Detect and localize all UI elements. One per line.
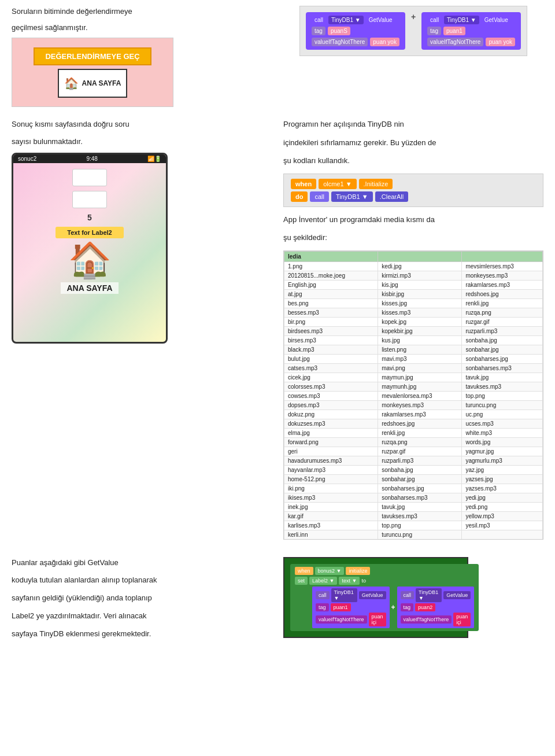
upload-file-button[interactable]: Upload File...: [465, 539, 510, 540]
media-cell: rakamlarses.mp3: [462, 280, 543, 289]
media-table-row: black.mp3listen.pngsonbahar.jpg: [284, 345, 543, 354]
media-cell: birdsees.mp3: [284, 326, 378, 335]
media-table-row: dokuz.pngrakamlarses.mp3uc.png: [284, 410, 543, 419]
media-cell: bulut.jpg: [284, 354, 378, 363]
b-call-bot2: call: [401, 591, 415, 599]
media-cell: white.mp3: [462, 428, 543, 437]
media-table-row: forward.pngruzqa.pngwords.jpg: [284, 437, 543, 447]
media-cell: uc.png: [378, 539, 462, 540]
mid-left-section: Sonuç kısmı sayfasında doğru soru sayısı…: [12, 119, 272, 540]
media-cell: sonbahar.jpg: [462, 345, 543, 354]
media-cell: top.png: [378, 521, 462, 530]
main-page: Soruların bitiminde değerlendirmeye geçi…: [0, 0, 555, 646]
b-valiftag-bot1: valueIfTagNotThere: [316, 615, 367, 624]
bot-text2: koduyla tutulan alanlardan alınıp toplan…: [12, 574, 272, 587]
media-cell: mevsimlerses.mp3: [462, 261, 543, 271]
media-cell: Upload File...: [462, 539, 543, 540]
b-puanici-bot2: puan içi: [453, 613, 471, 626]
media-table-row: birses.mp3kus.jpgsonbaha.jpg: [284, 335, 543, 345]
media-cell: karlises.mp3: [284, 521, 378, 530]
b-puanici-bot1: puan içi: [369, 613, 386, 626]
media-cell: ikises.mp3: [284, 493, 378, 502]
media-table-row: kerli.innturuncu.png: [284, 530, 543, 539]
media-table-row: bulut.jpgmavi.mp3sonbaharses.jpg: [284, 354, 543, 363]
block-tinydb-2: TinyDB1 ▼: [444, 16, 479, 24]
media-cell: kisses.jpg: [378, 298, 462, 308]
plus-bot: +: [391, 603, 395, 611]
media-cell: ruzpar.gif: [378, 447, 462, 456]
media-table-row: catses.mp3mavi.pngsonbaharses.mp3: [284, 363, 543, 373]
do-row: do call TinyDB1 ▼ .ClearAll: [291, 191, 536, 202]
media-cell: kopek.jpg: [378, 317, 462, 326]
block-group-1: call TinyDB1 ▼ GetValue tag puanS valueI…: [306, 12, 405, 50]
media-cell: cicek.jpg: [284, 373, 378, 382]
mid-text2: sayısı bulunmaktadır.: [12, 136, 272, 147]
bot-row: Puanlar aşağıdaki gibi GetValue koduyla …: [12, 557, 543, 640]
appinventor-text2: şu şekildedir:: [283, 232, 543, 244]
media-cell: havadurumuses.mp3: [284, 456, 378, 465]
media-cell: colorsses.mp3: [284, 382, 378, 391]
media-cell: yazses.mp3: [462, 484, 543, 493]
initialize-label: .Initialize: [359, 179, 393, 189]
b-tag-bot1: tag: [316, 603, 329, 611]
media-cell: kirmizi.mp3: [378, 271, 462, 280]
media-cell: renkli.jpg: [378, 428, 462, 437]
media-cell: yellow.mp3: [462, 511, 543, 521]
media-cell: turuncu.png: [378, 530, 462, 539]
phone-number: 5: [87, 213, 92, 222]
b-valiftag-bot2: valueIfTagNotThere: [401, 615, 452, 624]
b-init-1: initialize: [346, 567, 370, 575]
media-col2-header: [378, 251, 462, 261]
b-getval-bot1: GetValue: [359, 591, 386, 599]
block-getvalue-1: GetValue: [366, 16, 395, 24]
media-cell: English.jpg: [284, 280, 378, 289]
media-cell: sonbaharses.mp3: [378, 493, 462, 502]
media-cell: at.jpg: [284, 289, 378, 298]
media-cell: geri: [284, 447, 378, 456]
b-tinydb-bot1: TinyDB1 ▼: [331, 588, 357, 602]
mid-right-text3: şu kodları kullandık.: [283, 155, 543, 167]
media-table-row: dopses.mp3monkeyses.mp3turuncu.png: [284, 400, 543, 410]
olcme-label: olcme1 ▼: [319, 179, 356, 189]
media-table-wrapper: ledia 1.pngkedi.jpgmevsimlerses.mp320120…: [283, 250, 543, 540]
media-cell: sonbahar.jpg: [378, 474, 462, 484]
house-icon: 🏠: [64, 76, 79, 90]
media-cell: tavuk.jpg: [462, 373, 543, 382]
media-table-row: 1.pngkedi.jpgmevsimlerses.mp3: [284, 261, 543, 271]
media-cell: yedi.png: [462, 502, 543, 511]
media-cell: kedi.jpg: [378, 261, 462, 271]
phone-box1: [72, 169, 107, 186]
bot-right-section: when bonus2 ▼ initialize set Label2 ▼ te…: [283, 557, 543, 640]
block-puans-2: puan1: [443, 27, 465, 35]
do-keyword: do: [291, 191, 308, 202]
top-left-section: Soruların bitiminde değerlendirmeye geçi…: [12, 6, 272, 107]
media-cell: words.jpg: [462, 437, 543, 447]
media-cell: sonbaharses.jpg: [378, 484, 462, 493]
block-getvalue-2: GetValue: [482, 16, 511, 24]
media-cell: mavi.png: [378, 363, 462, 373]
mid-right-text1: Programın her açılışında TinyDB nin: [283, 119, 543, 130]
phone-statusbar: sonuc2 9:48 📶🔋: [13, 154, 166, 163]
media-cell: sonbaha.jpg: [462, 335, 543, 345]
media-table-row: bir.pngkopek.jpgruzgar.gif: [284, 317, 543, 326]
b-tinydb-bot2: TinyDB1 ▼: [416, 588, 442, 602]
media-table-row: at.jpgkisbir.jpgredshoes.jpg: [284, 289, 543, 298]
appinventor-text1: App İnventor' un programdaki media kısmı…: [283, 214, 543, 226]
top-text1: Soruların bitiminde değerlendirmeye: [12, 6, 272, 17]
tinydb-label: TinyDB1 ▼: [331, 191, 373, 202]
media-table-row: iki.pngsonbaharses.jpgyazses.mp3: [284, 484, 543, 493]
clearall-label: .ClearAll: [375, 191, 409, 202]
media-cell: yedi.jpg: [462, 493, 543, 502]
degerlendirmeye-gec-button[interactable]: DEĞERLENDİRMEYE GEÇ: [34, 47, 151, 65]
media-table-row: geriruzpar.gifyagmur.jpg: [284, 447, 543, 456]
b-when-1: when: [295, 567, 313, 575]
media-cell: yagmur.jpg: [462, 447, 543, 456]
media-cell: elma.jpg: [284, 428, 378, 437]
media-cell: tavukses.mp3: [462, 382, 543, 391]
b-to: to: [361, 578, 366, 584]
media-cell: catses.mp3: [284, 363, 378, 373]
media-cell: sonbaha.jpg: [378, 465, 462, 474]
media-cell: renkli.jpg: [462, 298, 543, 308]
media-cell: listen.png: [378, 345, 462, 354]
media-cell: kis.jpg: [378, 280, 462, 289]
